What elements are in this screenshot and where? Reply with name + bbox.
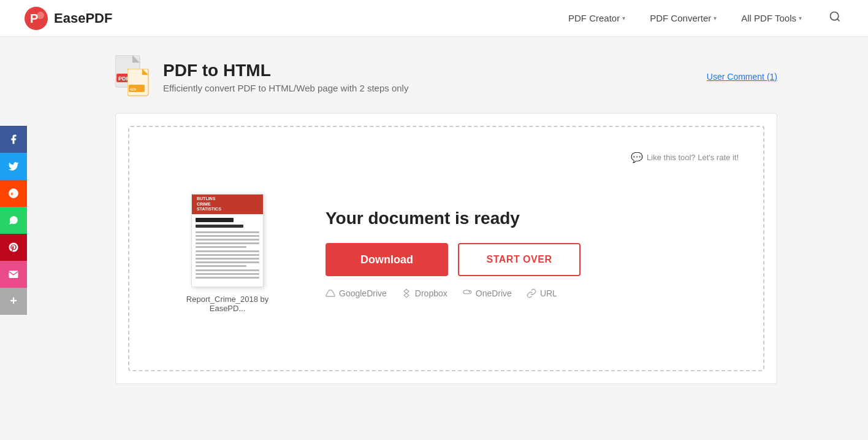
nav-pdf-converter[interactable]: PDF Converter ▾: [650, 13, 717, 23]
social-email[interactable]: [0, 261, 27, 288]
page-header-left: PDF </> PDF to HTML Efficiently convert …: [115, 55, 408, 98]
cloud-onedrive[interactable]: OneDrive: [462, 288, 512, 298]
social-facebook[interactable]: [0, 126, 27, 153]
dropbox-icon: [402, 288, 411, 298]
start-over-button[interactable]: START OVER: [458, 243, 581, 276]
social-twitter[interactable]: [0, 153, 27, 180]
page-title-block: PDF to HTML Efficiently convert PDF to H…: [163, 61, 408, 93]
doc-thumbnail-header: BUTLINS CRIME STATISTICS: [192, 195, 263, 214]
google-drive-icon: [326, 288, 335, 298]
svg-point-5: [37, 12, 44, 19]
cloud-url[interactable]: URL: [527, 288, 557, 298]
inner-box: 💬 Like this tool? Let's rate it! BUTLINS…: [128, 126, 764, 371]
like-tool-link[interactable]: 💬 Like this tool? Let's rate it!: [631, 152, 739, 163]
chevron-down-icon: ▾: [799, 15, 802, 21]
page-subtitle: Efficiently convert PDF to HTML/Web page…: [163, 83, 408, 93]
tool-container: 💬 Like this tool? Let's rate it! BUTLINS…: [115, 113, 777, 384]
cloud-google-drive[interactable]: GoogleDrive: [326, 288, 387, 298]
html-file-icon: </>: [128, 69, 152, 98]
cloud-options: GoogleDrive Dropbox OneDrive URL: [326, 288, 714, 298]
social-whatsapp[interactable]: [0, 207, 27, 234]
logo-icon: P: [25, 7, 48, 30]
nav-pdf-creator[interactable]: PDF Creator ▾: [568, 13, 625, 23]
social-more[interactable]: +: [0, 288, 27, 315]
user-comment-link[interactable]: User Comment (1): [707, 72, 777, 82]
chevron-down-icon: ▾: [714, 15, 717, 21]
brand-name: EasePDF: [54, 10, 112, 26]
chevron-down-icon: ▾: [622, 15, 625, 21]
ready-title: Your document is ready: [326, 209, 714, 228]
social-pinterest[interactable]: [0, 234, 27, 261]
main-nav: PDF Creator ▾ PDF Converter ▾ All PDF To…: [568, 8, 843, 28]
url-icon: [527, 288, 536, 298]
search-button[interactable]: [826, 8, 843, 28]
svg-line-7: [837, 19, 840, 21]
logo[interactable]: P EasePDF: [25, 7, 112, 30]
svg-text:R: R: [11, 192, 14, 196]
onedrive-icon: [462, 288, 472, 298]
cloud-dropbox[interactable]: Dropbox: [402, 288, 447, 298]
nav-all-pdf-tools[interactable]: All PDF Tools ▾: [741, 13, 802, 23]
action-buttons: Download START OVER: [326, 243, 714, 276]
page-title: PDF to HTML: [163, 61, 408, 80]
social-sidebar: R +: [0, 126, 27, 315]
svg-text:</>: </>: [130, 87, 136, 91]
ready-section: Your document is ready Download START OV…: [326, 209, 714, 298]
doc-filename: Report_Crime_2018 by EasePD...: [178, 295, 276, 313]
file-icon-wrapper: PDF </>: [115, 55, 152, 98]
svg-point-6: [831, 12, 839, 20]
doc-thumbnail: BUTLINS CRIME STATISTICS: [191, 194, 264, 287]
page-header: PDF </> PDF to HTML Efficiently convert …: [115, 55, 777, 98]
comment-icon: 💬: [631, 152, 643, 163]
result-area: BUTLINS CRIME STATISTICS: [154, 182, 739, 325]
like-tool-bar: 💬 Like this tool? Let's rate it!: [154, 152, 739, 163]
download-button[interactable]: Download: [326, 243, 448, 276]
social-reddit[interactable]: R: [0, 180, 27, 207]
svg-text:P: P: [30, 12, 38, 25]
header: P EasePDF PDF Creator ▾ PDF Converter ▾ …: [0, 0, 868, 37]
doc-preview: BUTLINS CRIME STATISTICS: [178, 194, 276, 313]
main-content: PDF </> PDF to HTML Efficiently convert …: [66, 37, 802, 403]
